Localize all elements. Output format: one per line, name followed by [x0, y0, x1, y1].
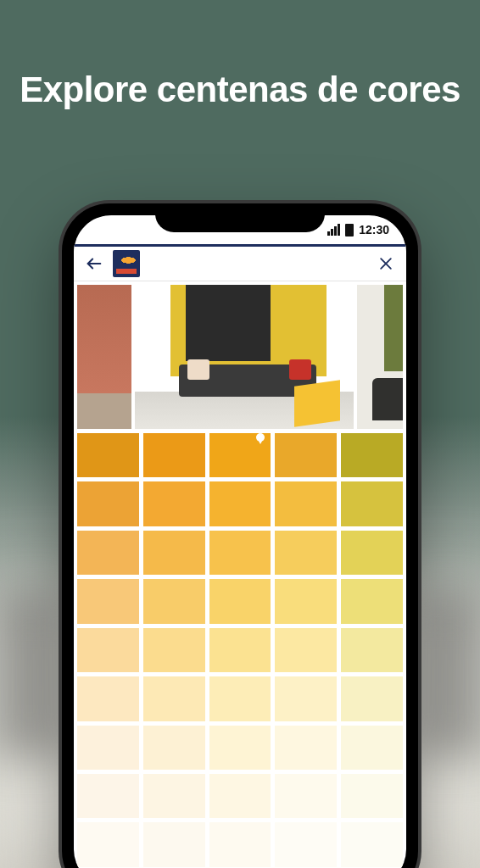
- color-swatch[interactable]: [341, 579, 403, 623]
- close-button[interactable]: [376, 253, 396, 274]
- color-swatch[interactable]: [143, 579, 205, 623]
- color-swatch[interactable]: [341, 774, 403, 818]
- back-button[interactable]: [84, 253, 104, 274]
- color-swatch[interactable]: [143, 726, 205, 770]
- color-swatch[interactable]: [275, 579, 337, 623]
- color-palette-grid: [77, 433, 403, 867]
- room-thumb[interactable]: [77, 285, 131, 429]
- color-swatch[interactable]: [341, 481, 403, 526]
- clock: 12:30: [359, 223, 389, 236]
- color-swatch[interactable]: [143, 628, 205, 672]
- color-swatch[interactable]: [209, 481, 271, 526]
- color-swatch[interactable]: [143, 481, 205, 526]
- color-swatch[interactable]: [341, 676, 403, 721]
- app-screen: 12:30: [74, 215, 406, 868]
- color-swatch[interactable]: [143, 433, 205, 477]
- app-topbar: [74, 244, 406, 281]
- phone-frame: 12:30: [62, 203, 418, 868]
- color-swatch[interactable]: [275, 822, 337, 866]
- selected-pin-icon: [256, 437, 265, 444]
- color-swatch[interactable]: [209, 726, 271, 770]
- color-swatch[interactable]: [77, 676, 139, 721]
- color-swatch[interactable]: [77, 774, 139, 818]
- color-swatch[interactable]: [341, 726, 403, 770]
- color-swatch[interactable]: [209, 531, 271, 575]
- color-swatch[interactable]: [275, 726, 337, 770]
- room-thumb[interactable]: [135, 285, 354, 429]
- brand-logo: [113, 250, 140, 277]
- color-swatch[interactable]: [77, 822, 139, 866]
- color-swatch[interactable]: [209, 822, 271, 866]
- color-swatch[interactable]: [209, 433, 271, 477]
- color-swatch[interactable]: [77, 628, 139, 672]
- color-swatch[interactable]: [275, 774, 337, 818]
- color-swatch[interactable]: [143, 676, 205, 721]
- color-swatch[interactable]: [209, 579, 271, 623]
- color-swatch[interactable]: [143, 531, 205, 575]
- color-swatch[interactable]: [341, 628, 403, 672]
- color-swatch[interactable]: [209, 628, 271, 672]
- room-thumb[interactable]: [357, 285, 403, 429]
- color-swatch[interactable]: [77, 481, 139, 526]
- marketing-headline: Explore centenas de cores: [0, 70, 480, 110]
- color-swatch[interactable]: [77, 531, 139, 575]
- color-swatch[interactable]: [77, 433, 139, 477]
- battery-icon: [345, 224, 354, 236]
- color-swatch[interactable]: [143, 774, 205, 818]
- color-swatch[interactable]: [275, 531, 337, 575]
- color-swatch[interactable]: [341, 433, 403, 477]
- phone-notch: [155, 203, 325, 232]
- inspiration-rooms-row[interactable]: [77, 285, 403, 429]
- color-swatch[interactable]: [275, 433, 337, 477]
- color-swatch[interactable]: [77, 726, 139, 770]
- color-swatch[interactable]: [209, 774, 271, 818]
- color-swatch[interactable]: [209, 676, 271, 721]
- color-swatch[interactable]: [77, 579, 139, 623]
- color-swatch[interactable]: [275, 676, 337, 721]
- color-swatch[interactable]: [143, 822, 205, 866]
- color-swatch[interactable]: [275, 628, 337, 672]
- color-swatch[interactable]: [341, 822, 403, 866]
- color-swatch[interactable]: [275, 481, 337, 526]
- color-swatch[interactable]: [341, 531, 403, 575]
- signal-icon: [327, 224, 340, 236]
